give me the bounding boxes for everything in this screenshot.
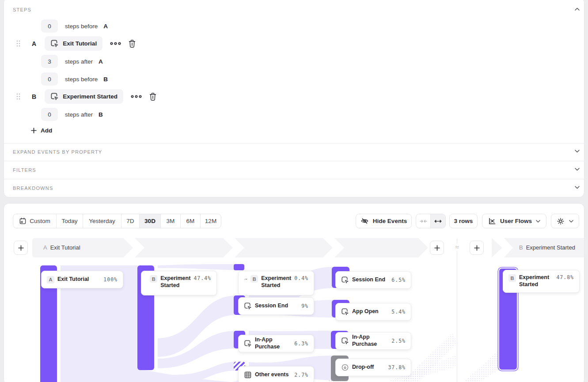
date-range-7d[interactable]: 7D <box>121 214 140 228</box>
plus-icon <box>18 245 24 251</box>
steps-after-a-count[interactable]: 3 <box>41 55 58 68</box>
node-name: In-App Purchase <box>255 337 291 350</box>
flow-node-a-exit-tutorial[interactable]: A Exit Tutorial 100% <box>41 271 123 288</box>
flow-band-segment <box>135 238 233 257</box>
step-a-row: A Exit Tutorial <box>16 36 136 51</box>
flow-node-app-open[interactable]: App Open 5.4% <box>335 303 411 321</box>
event-cursor-icon <box>244 302 252 310</box>
node-percent: 2.5% <box>391 338 406 344</box>
chevron-down-icon <box>575 168 580 171</box>
add-column-before-b-button[interactable] <box>470 241 484 255</box>
flow-bar-experiment-started-04[interactable] <box>234 264 244 270</box>
gear-icon <box>557 217 565 225</box>
drag-handle-icon[interactable] <box>16 93 20 100</box>
node-percent: 2.7% <box>294 372 308 378</box>
date-range-30d[interactable]: 30D <box>140 214 161 228</box>
chevron-down-icon <box>569 220 573 223</box>
node-name: Experiment Started <box>519 274 553 288</box>
step-badge-a: A <box>47 276 54 284</box>
rows-count-button[interactable]: 3 rows <box>449 214 478 228</box>
steps-after-a-row: 3 steps after A <box>41 55 103 68</box>
event-cursor-icon <box>50 39 59 48</box>
node-name: Other events <box>255 371 288 378</box>
date-range-control: Custom Today Yesterday 7D 30D 3M 6M 12M <box>13 214 221 228</box>
section-expand-events-toggle[interactable] <box>575 150 580 153</box>
eye-off-icon <box>360 217 369 225</box>
date-range-today[interactable]: Today <box>57 214 83 228</box>
steps-before-b-count[interactable]: 0 <box>41 72 58 86</box>
chevron-up-icon <box>575 8 580 11</box>
section-breakdowns-label: BREAKDOWNS <box>13 185 53 191</box>
divider <box>4 143 584 144</box>
drag-handle-icon[interactable] <box>16 40 20 47</box>
flow-band-step-b: BExperiment Started <box>504 238 584 257</box>
node-name: In-App Purchase <box>352 334 388 348</box>
step-b-row: B Experiment Started <box>16 89 157 104</box>
date-range-custom-label: Custom <box>30 218 50 224</box>
flow-node-experiment-started-04[interactable]: B Experiment Started 0.4% <box>238 271 314 295</box>
date-range-custom[interactable]: Custom <box>13 214 57 228</box>
node-percent: 47.8% <box>556 274 574 280</box>
step-badge-b: B <box>508 274 516 282</box>
steps-before-a-count[interactable]: 0 <box>41 19 58 33</box>
plus-icon <box>434 245 440 251</box>
node-name: Experiment Started <box>261 275 291 289</box>
date-range-12m[interactable]: 12M <box>201 214 221 228</box>
node-percent: 9% <box>301 303 308 309</box>
steps-after-b-count[interactable]: 0 <box>41 108 58 121</box>
node-name: Drop-off <box>352 364 374 371</box>
step-b-more-button[interactable] <box>131 95 142 98</box>
divider <box>4 179 584 179</box>
steps-before-b-row: 0 steps before B <box>41 72 108 86</box>
flow-node-in-app-purchase-25[interactable]: In-App Purchase 2.5% <box>335 332 411 350</box>
node-percent: 47.4% <box>193 275 211 281</box>
flow-node-in-app-purchase-63[interactable]: In-App Purchase 6.3% <box>238 335 314 352</box>
flow-node-session-end-9[interactable]: Session End 9% <box>238 297 314 315</box>
query-builder-card: STEPS 0 steps before A A Exit Tutorial <box>4 0 584 197</box>
step-a-event-button[interactable]: Exit Tutorial <box>45 36 102 51</box>
chevron-down-icon <box>575 186 580 189</box>
flow-band-segment <box>235 238 333 257</box>
section-breakdowns-toggle[interactable] <box>575 186 580 189</box>
calendar-icon <box>19 217 27 225</box>
step-b-delete-button[interactable] <box>149 92 157 101</box>
step-b-event-button[interactable]: Experiment Started <box>45 89 123 104</box>
settings-dropdown-button[interactable] <box>551 214 579 228</box>
add-column-after-a-button[interactable] <box>430 241 444 255</box>
step-a-more-button[interactable] <box>110 42 121 45</box>
date-range-6m[interactable]: 6M <box>181 214 201 228</box>
node-percent: 5.4% <box>391 309 406 315</box>
date-range-yesterday[interactable]: Yesterday <box>83 214 121 228</box>
flow-band-segment <box>334 238 428 257</box>
hide-events-button[interactable]: Hide Events <box>356 214 412 228</box>
flow-node-session-end-65[interactable]: Session End 6.5% <box>335 271 411 289</box>
step-badge-b: B <box>150 275 157 283</box>
section-filters-toggle[interactable] <box>575 168 580 171</box>
view-selector-button[interactable]: User Flows <box>482 214 546 228</box>
flow-node-other-events[interactable]: Other events 2.7% <box>238 366 314 382</box>
compress-columns-button[interactable] <box>416 214 431 228</box>
node-name: Session End <box>352 276 385 284</box>
flow-report-card: Custom Today Yesterday 7D 30D 3M 6M 12M … <box>4 203 584 382</box>
plus-icon <box>474 245 480 251</box>
plus-icon <box>31 128 37 133</box>
steps-before-a-label: steps before <box>65 23 98 30</box>
grid-icon <box>244 371 252 379</box>
band-b-name: Experiment Started <box>526 244 575 251</box>
step-a-delete-button[interactable] <box>128 39 136 48</box>
trash-icon <box>128 39 136 48</box>
add-column-before-a-button[interactable] <box>14 241 28 255</box>
event-cursor-icon <box>244 340 252 348</box>
chevron-down-icon <box>575 150 580 153</box>
flow-node-b-experiment-started[interactable]: B Experiment Started 47.8% <box>503 270 580 293</box>
node-percent: 100% <box>103 276 118 283</box>
steps-collapse-button[interactable] <box>575 8 580 11</box>
step-a-letter: A <box>32 40 36 47</box>
section-filters-label: FILTERS <box>13 167 36 173</box>
node-name: App Open <box>352 308 379 315</box>
flow-node-experiment-started-474[interactable]: B Experiment Started 47.4% <box>141 271 217 295</box>
add-step-button[interactable]: Add <box>31 127 52 134</box>
flow-node-drop-off[interactable]: Drop-off 37.8% <box>335 359 411 376</box>
date-range-3m[interactable]: 3M <box>161 214 181 228</box>
expand-columns-button[interactable] <box>431 214 445 228</box>
